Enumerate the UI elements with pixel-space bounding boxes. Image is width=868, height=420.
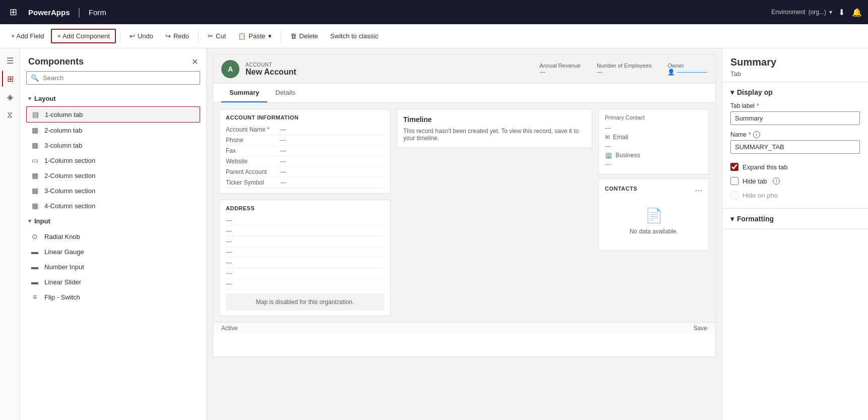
right-panel-subtitle: Tab bbox=[730, 70, 860, 78]
tab-details[interactable]: Details bbox=[267, 84, 303, 102]
nav-toggle-icon[interactable]: ☰ bbox=[2, 52, 18, 69]
contacts-more-icon[interactable]: … bbox=[695, 184, 703, 193]
1col-section-icon: ▭ bbox=[30, 156, 39, 164]
redo-button[interactable]: ↪ Redo bbox=[160, 30, 194, 42]
environment-selector[interactable]: Environment (org...) ▾ bbox=[771, 9, 832, 16]
redo-icon: ↪ bbox=[165, 32, 171, 40]
linear-gauge-icon: ▬ bbox=[30, 248, 39, 256]
search-input[interactable] bbox=[43, 74, 196, 82]
sidebar-item-linear-slider[interactable]: ▬ Linear Slider bbox=[26, 274, 200, 289]
tab-label-required-star: * bbox=[757, 102, 759, 109]
page-title: Form bbox=[89, 8, 106, 17]
sidebar-item-number-input[interactable]: ▬ Number Input bbox=[26, 259, 200, 274]
icon-bar: ☰ ⊞ ◈ ⧖ bbox=[0, 48, 20, 420]
sidebar-item-1col-section[interactable]: ▭ 1-Column section bbox=[26, 153, 200, 168]
owner-field: Owner 👤 ─────── bbox=[667, 63, 707, 76]
expand-tab-label: Expand this tab bbox=[742, 163, 788, 171]
topbar-right: Environment (org...) ▾ ⬇ 🔔 bbox=[771, 8, 862, 17]
contacts-section: CONTACTS … 📄 No data available. bbox=[598, 178, 709, 251]
flip-switch-icon: ≡ bbox=[30, 293, 39, 301]
name-required-star: * bbox=[749, 131, 751, 138]
sidebar-item-2col-section[interactable]: ▦ 2-Column section bbox=[26, 168, 200, 183]
hide-tab-checkbox[interactable] bbox=[730, 177, 738, 185]
tab-label-field: Tab label * bbox=[730, 102, 860, 125]
number-input-icon: ▬ bbox=[30, 263, 39, 271]
formatting-header[interactable]: ▾ Formatting bbox=[722, 209, 868, 229]
name-info-icon[interactable]: i bbox=[753, 131, 760, 138]
component-icon[interactable]: ◈ bbox=[2, 89, 18, 105]
form-col-left: ACCOUNT INFORMATION Account Name * --- P… bbox=[219, 109, 391, 316]
switch-classic-button[interactable]: Switch to classic bbox=[325, 30, 383, 42]
layers-icon[interactable]: ⧖ bbox=[2, 107, 18, 123]
form-field-parent-account: Parent Account --- bbox=[226, 167, 384, 177]
account-type-label: ACCOUNT bbox=[245, 62, 533, 68]
layout-section-header[interactable]: ▾ Layout bbox=[26, 91, 200, 106]
form-tabs: Summary Details bbox=[213, 84, 715, 103]
form-col-mid: Timeline This record hasn't been created… bbox=[391, 109, 598, 316]
sidebar-item-radial-knob[interactable]: ⊙ Radial Knob bbox=[26, 229, 200, 244]
toolbar-separator-1 bbox=[120, 30, 120, 42]
tab-summary[interactable]: Summary bbox=[221, 84, 267, 102]
1col-section-label: 1-Column section bbox=[44, 157, 95, 164]
display-options-header[interactable]: ▾ Display op bbox=[722, 82, 868, 102]
hide-tab-info-icon[interactable]: i bbox=[773, 177, 780, 185]
env-name: (org...) bbox=[809, 9, 826, 16]
expand-tab-checkbox[interactable] bbox=[730, 163, 738, 171]
name-input[interactable] bbox=[730, 140, 860, 154]
num-employees-field: Number of Employees --- bbox=[597, 63, 652, 76]
display-options-section: ▾ Display op Tab label * Name bbox=[722, 82, 868, 209]
undo-button[interactable]: ↩ Undo bbox=[125, 30, 158, 42]
linear-slider-icon: ▬ bbox=[30, 278, 39, 286]
paste-dropdown-icon: ▾ bbox=[268, 32, 272, 40]
hide-phone-checkbox[interactable] bbox=[730, 191, 738, 199]
sidebar-item-4col-section[interactable]: ▦ 4-Column section bbox=[26, 198, 200, 213]
sidebar-item-1col-tab[interactable]: ▤ 1-column tab bbox=[26, 106, 200, 123]
number-input-label: Number Input bbox=[44, 263, 84, 271]
delete-button[interactable]: 🗑 Delete bbox=[285, 30, 324, 42]
form-field-account-name: Account Name * --- bbox=[226, 125, 384, 135]
3col-tab-label: 3-column tab bbox=[44, 142, 82, 149]
timeline-section: Timeline This record hasn't been created… bbox=[397, 109, 592, 148]
1col-tab-icon: ▤ bbox=[31, 110, 40, 118]
input-section-header[interactable]: ▾ Input bbox=[26, 213, 200, 229]
contacts-header: CONTACTS … bbox=[605, 184, 703, 193]
4col-section-label: 4-Column section bbox=[44, 202, 95, 210]
tab-label-input[interactable] bbox=[730, 111, 860, 125]
address-section: ADDRESS --- --- --- --- --- --- --- Map … bbox=[219, 200, 391, 316]
address-row-1: --- bbox=[226, 215, 384, 226]
sidebar-header: Components ✕ bbox=[20, 48, 206, 71]
env-label: Environment bbox=[771, 9, 805, 16]
sidebar-item-2col-tab[interactable]: ▦ 2-column tab bbox=[26, 123, 200, 138]
waffle-icon[interactable]: ⊞ bbox=[6, 7, 20, 18]
formatting-chevron-icon: ▾ bbox=[730, 215, 734, 223]
grid-icon[interactable]: ⊞ bbox=[2, 71, 18, 87]
toolbar-separator-3 bbox=[281, 30, 281, 42]
sidebar-item-flip-switch[interactable]: ≡ Flip - Switch bbox=[26, 289, 200, 305]
form-field-ticker: Ticker Symbol --- bbox=[226, 177, 384, 188]
sidebar-close-button[interactable]: ✕ bbox=[192, 57, 198, 67]
no-data-icon: 📄 bbox=[645, 207, 663, 224]
form-avatar: A bbox=[221, 60, 239, 78]
form-field-phone: Phone --- bbox=[226, 135, 384, 146]
expand-tab-row: Expand this tab bbox=[730, 160, 860, 174]
add-field-button[interactable]: + Add Field bbox=[6, 30, 49, 42]
annual-revenue-field: Annual Revenue --- bbox=[539, 63, 580, 76]
email-icon: ✉ bbox=[605, 134, 610, 141]
right-panel-header: Summary Tab bbox=[722, 48, 868, 82]
address-row-7: --- bbox=[226, 279, 384, 289]
sidebar-item-linear-gauge[interactable]: ▬ Linear Gauge bbox=[26, 244, 200, 259]
download-icon[interactable]: ⬇ bbox=[838, 8, 845, 17]
toolbar-separator-2 bbox=[198, 30, 199, 42]
sidebar-item-3col-tab[interactable]: ▦ 3-column tab bbox=[26, 138, 200, 153]
add-component-button[interactable]: + Add Component bbox=[51, 29, 115, 43]
email-value-row: --- bbox=[605, 142, 703, 151]
formatting-title: Formatting bbox=[737, 215, 774, 223]
flip-switch-label: Flip - Switch bbox=[44, 293, 80, 301]
sidebar-item-3col-section[interactable]: ▦ 3-Column section bbox=[26, 183, 200, 198]
cut-button[interactable]: ✂ Cut bbox=[203, 30, 231, 42]
account-info-section: ACCOUNT INFORMATION Account Name * --- P… bbox=[219, 109, 391, 194]
bell-icon[interactable]: 🔔 bbox=[852, 8, 862, 17]
paste-button[interactable]: 📋 Paste ▾ bbox=[233, 30, 276, 42]
search-icon: 🔍 bbox=[31, 74, 39, 82]
sidebar-title: Components bbox=[28, 56, 84, 67]
